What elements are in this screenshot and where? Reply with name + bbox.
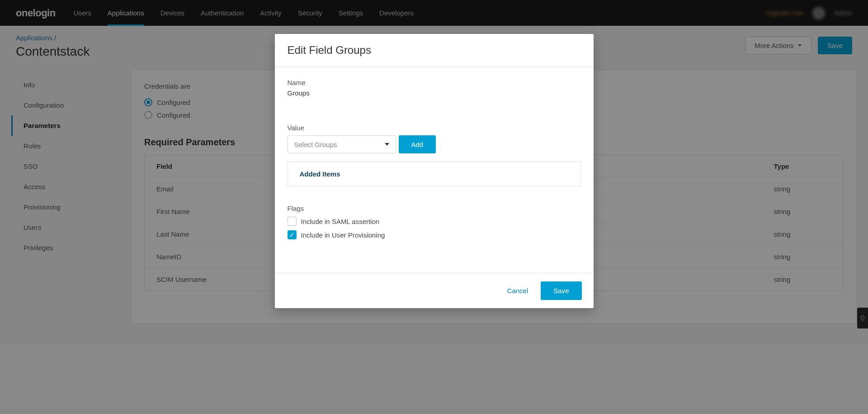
added-items-box: Added Items (288, 162, 581, 186)
value-label: Value (288, 124, 581, 132)
cancel-button[interactable]: Cancel (507, 287, 528, 295)
flag-prov-label: Include in User Provisioning (301, 231, 385, 239)
modal-title: Edit Field Groups (275, 34, 594, 67)
flag-saml-label: Include in SAML assertion (301, 218, 380, 225)
name-value: Groups (288, 89, 581, 97)
modal-overlay: Edit Field Groups Name Groups Value Sele… (0, 0, 868, 414)
checkbox-icon: ✓ (288, 230, 297, 239)
modal-body[interactable]: Name Groups Value Select Groups Add Adde… (275, 67, 594, 273)
modal-save-button[interactable]: Save (541, 281, 581, 300)
add-button[interactable]: Add (399, 135, 436, 153)
name-label: Name (288, 79, 581, 86)
modal-footer: Cancel Save (275, 273, 594, 308)
flag-provisioning-row[interactable]: ✓ Include in User Provisioning (288, 230, 581, 239)
select-placeholder: Select Groups (294, 141, 337, 148)
checkbox-icon (288, 217, 297, 226)
flag-saml-row[interactable]: Include in SAML assertion (288, 217, 581, 226)
edit-field-groups-modal: Edit Field Groups Name Groups Value Sele… (275, 34, 594, 308)
select-groups-dropdown[interactable]: Select Groups (288, 135, 396, 153)
chevron-down-icon (385, 143, 389, 146)
flags-label: Flags (288, 205, 581, 212)
